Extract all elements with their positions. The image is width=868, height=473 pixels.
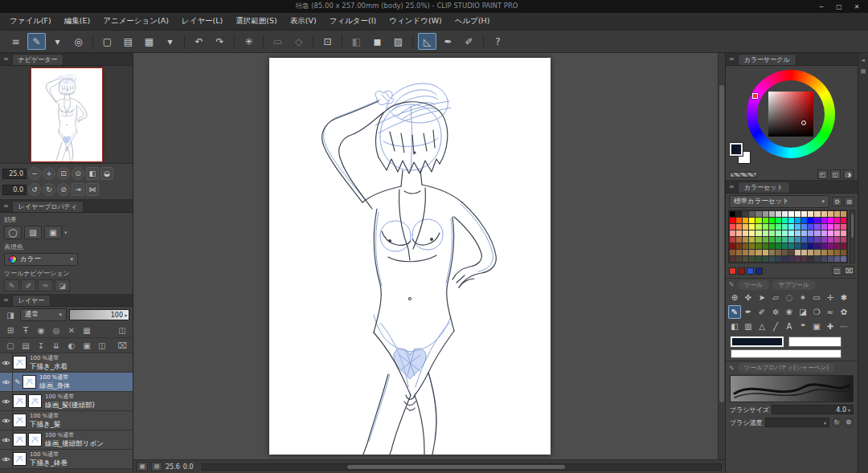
hsv-triangle-icon[interactable]: ◱ — [830, 169, 841, 179]
color-swatch[interactable] — [730, 250, 735, 255]
panel-menu-icon[interactable]: ≡ — [729, 55, 735, 63]
divide-frame-icon[interactable]: ◫ — [95, 339, 109, 352]
color-swatch[interactable] — [763, 224, 768, 230]
blend-tool[interactable]: ❍ — [810, 305, 823, 319]
close-button[interactable]: ✕ — [849, 2, 865, 12]
color-swatch[interactable] — [749, 237, 755, 243]
tone-effect-button[interactable]: ▨ — [24, 226, 42, 239]
panel-menu-icon[interactable]: ≡ — [3, 296, 9, 304]
color-swatch[interactable] — [763, 256, 768, 262]
grid-toggle-icon[interactable]: ◧ — [347, 33, 366, 50]
rotate-right-button[interactable]: ↻ — [43, 183, 55, 196]
color-swatch[interactable] — [795, 218, 800, 223]
color-swatch[interactable] — [841, 243, 846, 249]
combine-mode-icon[interactable]: ◨ — [3, 308, 18, 321]
visibility-eye-icon[interactable] — [0, 450, 13, 468]
star-tool[interactable]: ✱ — [837, 291, 850, 304]
color-swatch[interactable] — [749, 230, 755, 236]
color-swatch[interactable] — [795, 243, 800, 249]
color-swatch[interactable] — [841, 230, 846, 236]
zoom-value-field[interactable]: 25.0 — [2, 169, 27, 179]
operation-tool[interactable]: ➤ — [755, 291, 768, 304]
create-layer-mask-icon[interactable]: ◐ — [64, 339, 79, 352]
restore-defaults-icon[interactable]: ↻ — [832, 418, 841, 427]
open-file-icon[interactable]: ▤ — [119, 33, 137, 50]
chevron-down-icon[interactable]: ▾ — [64, 230, 68, 236]
snap-ruler-icon[interactable]: ◺ — [418, 33, 436, 50]
color-swatch[interactable] — [776, 224, 781, 230]
color-swatch[interactable] — [769, 224, 775, 230]
color-swatch[interactable] — [743, 237, 748, 243]
color-swatch[interactable] — [814, 211, 820, 217]
rotate-left-button[interactable]: ↺ — [28, 183, 41, 196]
color-swatch[interactable] — [736, 218, 742, 223]
recent-color-swatch[interactable] — [755, 267, 763, 275]
snap-special-icon[interactable]: ✐ — [460, 33, 478, 50]
color-swatch[interactable] — [730, 237, 735, 243]
panel-menu-icon[interactable]: ▤ — [859, 67, 867, 75]
two-pane-view-icon[interactable]: ◫ — [115, 324, 129, 336]
recent-color-swatch[interactable] — [747, 267, 754, 275]
color-swatch[interactable] — [808, 224, 813, 230]
color-swatch[interactable] — [821, 256, 827, 262]
color-swatch[interactable] — [743, 250, 748, 255]
color-swatch[interactable] — [769, 230, 775, 236]
color-swatch[interactable] — [763, 250, 768, 255]
visibility-eye-icon[interactable] — [0, 392, 13, 410]
figure-tool[interactable]: △ — [755, 320, 768, 333]
canvas-horizontal-scrollbar[interactable] — [202, 463, 722, 471]
color-swatch[interactable] — [782, 230, 788, 236]
decoration-tool[interactable]: ❀ — [783, 305, 796, 319]
lock-transparency-icon[interactable]: ◎ — [49, 324, 63, 336]
color-swatch[interactable] — [801, 211, 807, 217]
color-swatch[interactable] — [808, 230, 813, 236]
gradient-tool[interactable]: ▥ — [742, 320, 755, 333]
color-swatch[interactable] — [749, 211, 755, 217]
color-swatch[interactable] — [769, 237, 775, 243]
toolnav-pen-button[interactable]: ✎ — [4, 279, 19, 292]
minimize-button[interactable]: ─ — [813, 2, 829, 12]
canvas-viewport[interactable] — [133, 53, 725, 459]
color-swatch[interactable] — [834, 243, 840, 249]
color-swatch[interactable] — [769, 218, 775, 223]
color-swatch[interactable] — [769, 243, 775, 249]
blend-mode-dropdown[interactable]: 通常 ▾ — [20, 308, 67, 321]
color-swatch[interactable] — [801, 256, 807, 262]
color-swatch[interactable] — [834, 256, 840, 262]
color-swatch[interactable] — [841, 211, 846, 217]
color-swatch[interactable] — [808, 237, 813, 243]
color-swatch[interactable] — [808, 250, 813, 255]
active-tool-dropdown-icon[interactable]: ▾ — [48, 33, 67, 50]
balloon-tool[interactable]: ❝ — [796, 320, 809, 333]
frame-border-tool[interactable]: ▣ — [810, 320, 823, 333]
visibility-eye-icon[interactable] — [0, 411, 13, 430]
pencil-tool[interactable]: ✎ — [728, 305, 741, 319]
toolnav-marker-button[interactable]: ✑ — [38, 279, 53, 292]
color-swatch[interactable] — [736, 211, 742, 217]
color-swatch[interactable] — [749, 250, 755, 255]
color-swatch[interactable] — [841, 218, 846, 223]
new-raster-layer-icon[interactable]: ▢ — [3, 339, 18, 352]
apply-mask-icon[interactable]: ▣ — [80, 339, 94, 352]
color-swatch[interactable] — [828, 211, 833, 217]
color-swatch[interactable] — [834, 237, 840, 243]
color-swatch[interactable] — [795, 230, 800, 236]
sv-marker[interactable] — [801, 120, 806, 125]
recent-color-swatch[interactable] — [738, 267, 745, 275]
color-swatch[interactable] — [808, 211, 813, 217]
fit-to-screen-button[interactable]: ⊡ — [57, 167, 70, 180]
transparent-color-chip[interactable] — [730, 172, 757, 177]
color-swatch[interactable] — [755, 218, 761, 223]
color-swatch[interactable] — [828, 224, 833, 230]
foreground-color-chip[interactable] — [730, 143, 743, 156]
color-swatch[interactable] — [776, 250, 781, 255]
edit-color-set-icon[interactable]: ⚙ — [832, 197, 842, 206]
brush-size-slider[interactable]: 4.0▾ — [772, 405, 854, 414]
toolnav-eraser-button[interactable]: ◪ — [55, 279, 70, 292]
color-swatch[interactable] — [763, 211, 768, 217]
color-swatch[interactable] — [814, 237, 820, 243]
canvas-vertical-scrollbar[interactable] — [718, 53, 725, 459]
color-swatch[interactable] — [763, 218, 768, 223]
panel-menu-icon[interactable]: ≡ — [3, 55, 9, 63]
sub-color-chip[interactable] — [788, 336, 841, 347]
